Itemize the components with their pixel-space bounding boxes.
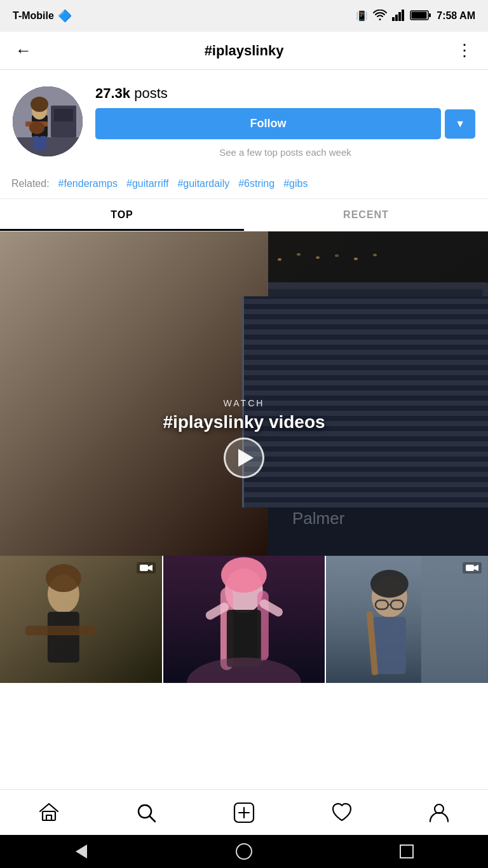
person-icon <box>428 801 451 824</box>
profile-info: 27.3k posts Follow ▼ See a few top posts… <box>95 85 475 158</box>
svg-point-21 <box>0 231 305 556</box>
follow-button[interactable]: Follow <box>95 108 441 139</box>
carrier-icon: 🔷 <box>58 9 72 23</box>
play-button[interactable] <box>224 437 264 478</box>
search-nav-button[interactable] <box>122 795 170 830</box>
carrier-name: T-Mobile <box>13 10 54 22</box>
svg-rect-67 <box>0 556 162 683</box>
profile-nav-button[interactable] <box>415 795 463 830</box>
back-triangle-icon <box>76 844 87 858</box>
android-back-button[interactable] <box>62 839 100 864</box>
android-recent-button[interactable] <box>388 839 426 864</box>
content-area: 27.3k posts Follow ▼ See a few top posts… <box>0 70 488 762</box>
svg-rect-2 <box>398 12 401 21</box>
heart-icon <box>330 801 353 824</box>
search-icon <box>135 801 158 824</box>
video-scene: Diezel Kiesel Palmer <box>0 231 488 556</box>
related-tag-1[interactable]: #fenderamps <box>58 178 118 189</box>
svg-point-16 <box>29 121 44 134</box>
carrier-info: T-Mobile 🔷 <box>13 9 72 23</box>
related-tag-2[interactable]: #guitarriff <box>126 178 168 189</box>
svg-rect-70 <box>48 612 79 663</box>
status-bar: T-Mobile 🔷 📳 <box>0 0 488 32</box>
svg-point-58 <box>259 254 262 257</box>
svg-point-56 <box>220 252 224 255</box>
wifi-icon <box>373 10 387 23</box>
svg-rect-41 <box>261 298 388 324</box>
svg-rect-17 <box>33 136 39 150</box>
more-options-button[interactable]: ⋮ <box>452 37 477 64</box>
posts-count: 27.3k posts <box>95 85 475 102</box>
android-navigation <box>0 835 488 868</box>
video-overlay-text: WATCH #iplayslinky videos <box>0 398 488 432</box>
svg-rect-11 <box>54 109 73 121</box>
top-navigation: ← #iplayslinky ⋮ <box>0 32 488 70</box>
svg-rect-97 <box>46 815 51 820</box>
svg-rect-18 <box>40 136 46 150</box>
svg-rect-71 <box>25 626 95 635</box>
svg-point-88 <box>370 570 409 598</box>
thumbnail-item-1[interactable] <box>0 556 163 683</box>
svg-rect-38 <box>241 282 488 505</box>
svg-rect-5 <box>412 11 427 18</box>
video-badge-1 <box>137 562 156 574</box>
svg-line-36 <box>32 438 191 464</box>
svg-rect-65 <box>0 231 488 556</box>
svg-point-55 <box>201 256 205 258</box>
tabs-bar: TOP RECENT <box>0 199 488 231</box>
profile-section: 27.3k posts Follow ▼ See a few top posts… <box>0 70 488 169</box>
battery-icon <box>410 10 431 23</box>
svg-text:Kiesel: Kiesel <box>337 479 375 495</box>
thumbnail-grid <box>0 556 488 683</box>
add-nav-button[interactable] <box>220 795 268 830</box>
svg-rect-72 <box>140 565 148 571</box>
home-icon <box>37 801 60 824</box>
svg-text:Diezel: Diezel <box>273 301 325 321</box>
related-tag-4[interactable]: #6string <box>238 178 274 189</box>
svg-rect-6 <box>429 13 431 17</box>
svg-line-35 <box>32 435 191 460</box>
bottom-navigation <box>0 789 488 835</box>
svg-point-26 <box>73 293 137 367</box>
video-hashtag-title: #iplayslinky videos <box>0 412 488 432</box>
back-button[interactable]: ← <box>11 37 36 64</box>
svg-point-57 <box>240 257 243 259</box>
svg-rect-3 <box>402 10 404 21</box>
thumbnail-item-3[interactable] <box>326 556 488 683</box>
svg-line-37 <box>32 441 191 467</box>
svg-point-31 <box>111 331 118 341</box>
svg-rect-94 <box>466 565 474 571</box>
svg-point-27 <box>68 276 142 340</box>
recent-square-icon <box>400 844 414 858</box>
see-top-posts-text: See a few top posts each week <box>95 146 475 158</box>
related-tag-5[interactable]: #gibs <box>283 178 308 189</box>
svg-point-34 <box>98 424 181 523</box>
tab-top[interactable]: TOP <box>0 199 244 231</box>
follow-row: Follow ▼ <box>95 108 475 139</box>
video-banner[interactable]: Diezel Kiesel Palmer <box>0 231 488 556</box>
svg-rect-0 <box>392 17 395 21</box>
svg-rect-86 <box>421 556 488 683</box>
time: 7:58 AM <box>437 10 475 22</box>
svg-rect-9 <box>13 137 83 156</box>
thumbnail-item-2[interactable] <box>163 556 327 683</box>
svg-marker-73 <box>148 565 152 571</box>
svg-rect-1 <box>395 15 398 21</box>
status-icons: 📳 7:58 AM <box>356 10 475 23</box>
video-badge-3 <box>463 562 482 574</box>
tab-recent[interactable]: RECENT <box>244 199 488 231</box>
related-tag-3[interactable]: #guitardaily <box>177 178 229 189</box>
related-tags-row: Related: #fenderamps #guitarriff #guitar… <box>0 169 488 199</box>
page-title: #iplayslinky <box>205 43 284 59</box>
watch-label: WATCH <box>0 398 488 408</box>
avatar <box>13 86 83 156</box>
svg-point-69 <box>46 564 81 592</box>
related-label: Related: <box>11 178 50 189</box>
svg-point-77 <box>221 557 267 593</box>
home-nav-button[interactable] <box>25 795 73 830</box>
plus-icon <box>233 801 255 824</box>
activity-nav-button[interactable] <box>318 795 366 830</box>
follow-dropdown-button[interactable]: ▼ <box>445 109 475 139</box>
android-home-button[interactable] <box>225 839 263 864</box>
signal-icon <box>392 10 405 23</box>
